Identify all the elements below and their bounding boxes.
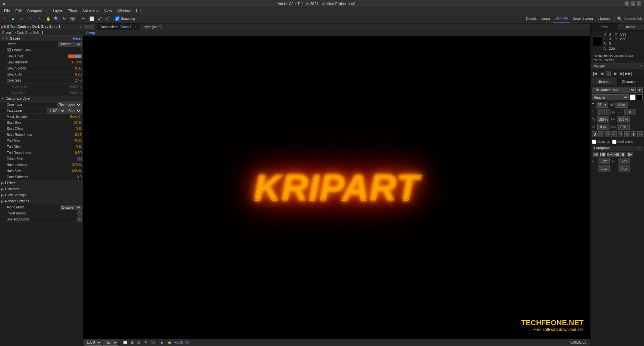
menu-effect[interactable]: Effect — [65, 8, 80, 13]
italic-btn[interactable]: I — [598, 131, 604, 137]
layer-tab[interactable]: Layer (none) — [140, 23, 165, 30]
font-menu-btn[interactable]: ▼ — [637, 87, 643, 93]
preview-stop-btn[interactable]: ⬛ — [605, 70, 611, 77]
menu-view[interactable]: View — [101, 8, 115, 13]
distortion-section[interactable]: ▶ Distortion — [0, 186, 83, 192]
glow-intensity-value[interactable]: 37.0 % — [68, 60, 82, 64]
space-after-input[interactable] — [618, 165, 630, 171]
tracking-input[interactable] — [624, 109, 636, 115]
font-color-swatch2[interactable] — [637, 94, 643, 100]
preview-play-btn[interactable]: ▶ — [612, 70, 618, 77]
glow-color-swatch[interactable] — [68, 54, 75, 58]
indent-right-input[interactable] — [618, 158, 630, 164]
hand-tool[interactable]: ✋ — [45, 15, 52, 22]
quality-select[interactable]: Half Full Quarter — [103, 340, 118, 346]
preview-menu-icon[interactable]: ≡ — [640, 64, 642, 68]
end-size-value[interactable]: 43 % — [68, 139, 82, 143]
menu-composition[interactable]: Composition — [24, 8, 50, 13]
start-roundness-value[interactable]: 0.27 — [68, 133, 82, 137]
menu-window[interactable]: Window — [115, 8, 133, 13]
mask-tool[interactable]: ⬜ — [88, 15, 95, 22]
camera-tool[interactable]: 📷 — [69, 15, 76, 22]
use-text-alpha-checkbox[interactable]: ✓ — [78, 217, 82, 221]
undo-tool[interactable]: ↩ — [17, 15, 25, 22]
bold-btn[interactable]: B — [592, 131, 597, 137]
start-offset-value[interactable]: 0 % — [68, 127, 82, 131]
audio-tab[interactable]: Audio — [617, 23, 644, 30]
preview-last-btn[interactable]: ▶▶| — [626, 70, 632, 77]
core-size-value[interactable]: 2.40 — [68, 79, 82, 82]
search-button[interactable]: 🔍 — [616, 15, 624, 22]
menu-animation[interactable]: Animation — [80, 8, 101, 13]
kerning-input[interactable] — [615, 102, 628, 108]
end-roundness-value[interactable]: 0.50 — [68, 151, 82, 155]
super-btn[interactable]: T² — [618, 131, 623, 137]
menu-help[interactable]: Help — [133, 8, 146, 13]
preview-start-btn[interactable]: ▶ — [160, 340, 165, 345]
region-btn[interactable]: ⬜ — [122, 340, 129, 345]
grid-btn[interactable]: ⊞ — [130, 340, 135, 345]
justify-left-btn[interactable]: ◀█ — [613, 152, 620, 157]
ligatures-checkbox[interactable] — [592, 140, 596, 144]
redo-tool[interactable]: ↪ — [26, 15, 33, 22]
indent-left-input[interactable] — [598, 158, 610, 164]
glow-color-swatch2[interactable] — [75, 54, 82, 58]
font-style-select[interactable]: Regular Bold Italic — [592, 94, 629, 100]
font-size-input[interactable] — [596, 102, 608, 108]
vert-scale-input[interactable] — [597, 116, 609, 122]
core-type-select[interactable]: Text Layer Mask Layer — [57, 102, 82, 107]
preview-next-btn[interactable]: ▶| — [619, 70, 625, 77]
breadcrumb[interactable]: Comp 1 — [86, 31, 98, 35]
horiz-scale-input[interactable] — [617, 116, 630, 122]
select-tool[interactable]: ↖ — [37, 15, 44, 22]
baseline-input[interactable] — [597, 124, 609, 130]
libraries-tab[interactable]: Libraries — [591, 78, 617, 85]
pen-tool[interactable]: ✒ — [80, 15, 87, 22]
align-right-btn[interactable]: ▌▶ — [607, 152, 613, 157]
font-color-swatch[interactable] — [630, 94, 636, 100]
tsume-input[interactable] — [617, 124, 630, 130]
composition-tab[interactable]: Composition Comp 1 ✕ — [97, 23, 140, 30]
allcaps-btn[interactable]: TT — [605, 131, 610, 137]
home-tool[interactable]: ⌂ — [1, 15, 9, 22]
alpha-mode-select[interactable]: Disable Enable — [60, 205, 82, 210]
play-tool[interactable]: ▶ — [9, 15, 17, 22]
start-size-value[interactable]: 23 % — [68, 121, 82, 125]
core-softness-value[interactable]: 0.0 — [68, 175, 82, 179]
end-offset-value[interactable]: 0 % — [68, 145, 82, 149]
brush-tool[interactable]: 🖌 — [96, 15, 103, 22]
smallcaps-btn[interactable]: Tt — [611, 131, 617, 137]
halo-size-value[interactable]: 638 % — [68, 169, 82, 173]
enable-glow-checkbox[interactable]: ✓ — [7, 48, 11, 52]
leading-input[interactable] — [598, 109, 610, 115]
source-select[interactable]: Source — [66, 108, 82, 113]
font-family-select[interactable]: Eds Market Bold — [592, 87, 636, 93]
overlay-btn[interactable]: ⊡ — [136, 340, 141, 345]
info-tab[interactable]: Info ≡ — [591, 23, 617, 30]
maximize-button[interactable]: □ — [631, 1, 635, 6]
menu-layer[interactable]: Layer — [50, 8, 65, 13]
minimize-button[interactable]: ─ — [625, 1, 629, 6]
paragraph-menu-icon[interactable]: ≡ — [639, 146, 641, 150]
snapping-checkbox[interactable] — [115, 16, 119, 21]
workspace-libraries[interactable]: Libraries — [596, 15, 612, 22]
align-center-btn[interactable]: ▌█▌ — [600, 152, 606, 157]
customize-core-section[interactable]: ▼ Customize Core — [0, 96, 83, 102]
render-settings-section[interactable]: ▶ Render Settings — [0, 198, 83, 204]
char-menu-icon[interactable]: ≡ — [637, 80, 639, 83]
close-button[interactable]: ✕ — [637, 1, 641, 6]
preview-first-btn[interactable]: |◀ — [592, 70, 598, 77]
menu-file[interactable]: File — [1, 8, 13, 13]
offset-size-checkbox[interactable]: ✓ — [78, 157, 82, 161]
snap-btn[interactable]: 🔒 — [166, 340, 173, 345]
preview-prev-btn[interactable]: ◀ — [599, 70, 605, 77]
sub-btn[interactable]: T₂ — [624, 131, 630, 137]
strike-btn[interactable]: T — [637, 131, 643, 137]
glow-spread-value[interactable]: 0.07 — [68, 66, 82, 70]
zoom-tool[interactable]: 🔍 — [53, 15, 60, 22]
preset-select[interactable]: Burning Electric Neon — [58, 42, 82, 47]
camera-capture-btn[interactable]: 📷 — [184, 340, 191, 345]
rotate-tool[interactable]: ↻ — [61, 15, 68, 22]
workspace-default[interactable]: Default — [524, 15, 539, 22]
panel-menu-icon[interactable]: ≡ — [80, 25, 82, 29]
